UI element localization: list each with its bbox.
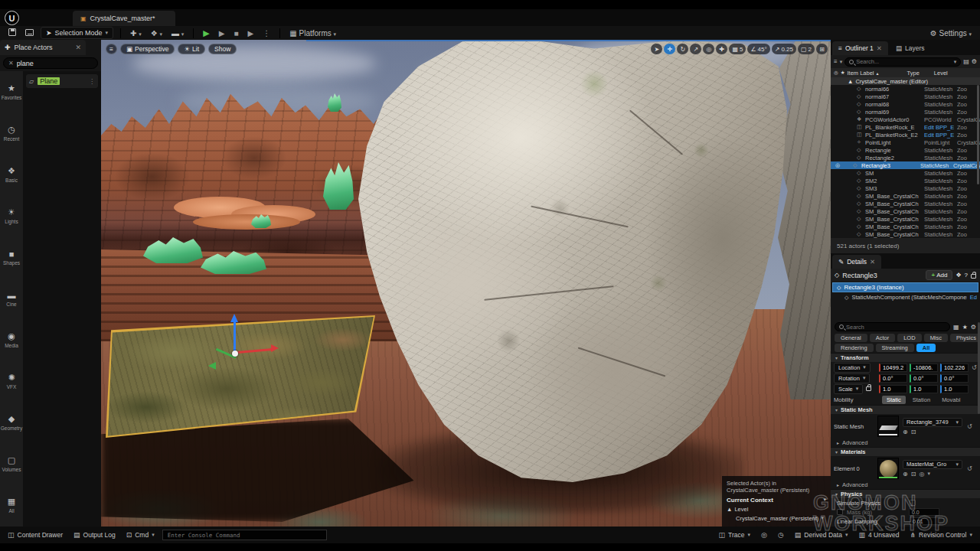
section-materials[interactable]: ▾Materials bbox=[831, 447, 980, 456]
display-options-icon[interactable]: ▦ bbox=[953, 324, 959, 331]
help-icon[interactable]: ? bbox=[965, 272, 968, 279]
blueprints-button[interactable]: ❖ ▾ bbox=[149, 28, 165, 38]
table-row[interactable]: ◇SM_Base_CrystalChStaticMeshZoo bbox=[831, 215, 980, 223]
select-tool-button[interactable]: ➤ bbox=[651, 44, 662, 54]
edit-link[interactable]: Ed bbox=[970, 294, 977, 301]
section-physics[interactable]: ▾Physics bbox=[831, 489, 980, 498]
edit-blueprint-link[interactable]: Edit BPP_E bbox=[924, 132, 955, 139]
chip-misc[interactable]: Misc bbox=[924, 334, 948, 342]
tab-details[interactable]: ✎ Details ✕ bbox=[832, 255, 881, 269]
clear-icon[interactable]: ✕ bbox=[8, 60, 14, 67]
edit-blueprint-link[interactable]: Edit BPP_E bbox=[924, 124, 955, 131]
section-static-mesh[interactable]: ▾Static Mesh bbox=[831, 405, 980, 414]
linear-damping-field[interactable]: 0.01 bbox=[910, 517, 940, 525]
category-basic[interactable]: ❖Basic bbox=[0, 154, 23, 195]
list-item-plane[interactable]: ▱ Plane ⋮ bbox=[26, 74, 98, 88]
category-volumes[interactable]: ▢Volumes bbox=[0, 443, 23, 484]
category-lights[interactable]: ☀Lights bbox=[0, 195, 23, 236]
reset-icon[interactable]: ↺ bbox=[967, 423, 972, 430]
viewport-menu-button[interactable]: ≡ bbox=[106, 44, 117, 54]
context-toast[interactable]: Selected Actor(s) in CrystalCave_master … bbox=[722, 476, 831, 527]
unreal-logo-icon[interactable]: U bbox=[5, 11, 19, 25]
outliner-search-input[interactable] bbox=[856, 58, 952, 65]
close-icon[interactable]: ✕ bbox=[75, 44, 81, 51]
selection-mode-dropdown[interactable]: ➤ Selection Mode ▾ bbox=[41, 27, 113, 39]
column-level[interactable]: Level bbox=[934, 70, 948, 77]
rotation-dropdown[interactable]: Rotation▾ bbox=[834, 373, 870, 383]
gear-icon[interactable]: ⚙ bbox=[971, 324, 976, 331]
surface-snap-button[interactable]: ✚ bbox=[716, 44, 727, 54]
outliner-scrollbar[interactable] bbox=[977, 85, 979, 184]
location-x-field[interactable]: 10499.2 bbox=[879, 364, 907, 372]
table-row[interactable]: ◇SM_Base_CrystalChStaticMeshZoo bbox=[831, 223, 980, 230]
output-log-button[interactable]: ▤Output Log bbox=[70, 531, 119, 539]
grid-snap-button[interactable]: ▦5 bbox=[729, 44, 746, 54]
platforms-dropdown[interactable]: ▦ Platforms ▾ bbox=[287, 28, 338, 38]
category-shapes[interactable]: ■Shapes bbox=[0, 236, 23, 278]
revision-control-dropdown[interactable]: ⋔Revision Control▾ bbox=[907, 531, 975, 539]
table-row[interactable]: ❖PCGWorldActor0PCGWorldCrystalCav bbox=[831, 116, 980, 123]
table-row-selected[interactable]: ◎◇Rectangle3StaticMeshCrystalCav bbox=[831, 161, 980, 169]
chip-general[interactable]: General bbox=[835, 334, 867, 342]
details-search[interactable] bbox=[835, 322, 950, 331]
table-row[interactable]: ◇SMStaticMeshZoo bbox=[831, 169, 980, 177]
browse-icon[interactable]: ⊡ bbox=[911, 429, 916, 435]
use-selected-icon[interactable]: ⊕ bbox=[903, 429, 908, 435]
drag-grip-icon[interactable]: ⋮ bbox=[89, 78, 95, 85]
table-row[interactable]: ◇SM2StaticMeshZoo bbox=[831, 177, 980, 184]
column-type[interactable]: Type bbox=[907, 70, 920, 77]
chip-rendering[interactable]: Rendering bbox=[835, 344, 874, 352]
search-input[interactable] bbox=[17, 60, 86, 67]
category-media[interactable]: ◉Media bbox=[0, 319, 23, 360]
place-actors-tab[interactable]: ✚ Place Actors ✕ bbox=[0, 40, 86, 55]
perspective-dropdown[interactable]: ▣Perspective bbox=[120, 44, 175, 54]
gizmo-z-arrow[interactable] bbox=[230, 314, 238, 322]
column-item-label[interactable]: Item Label bbox=[848, 70, 874, 77]
mobility-movable[interactable]: Movabl bbox=[937, 396, 965, 404]
rotation-x-field[interactable]: 0.0° bbox=[879, 374, 907, 383]
frame-skip-button[interactable]: ▶ bbox=[217, 28, 227, 38]
table-row[interactable]: ◇normal68StaticMeshZoo bbox=[831, 100, 980, 108]
location-y-field[interactable]: -10806. bbox=[910, 364, 938, 372]
component-row[interactable]: ◇ StaticMeshComponent (StaticMeshCompone… bbox=[831, 292, 980, 302]
add-actor-button[interactable]: ✚ ▾ bbox=[128, 28, 144, 38]
lit-dropdown[interactable]: ☀Lit bbox=[178, 44, 205, 54]
play-options-kebab[interactable]: ⋮ bbox=[260, 28, 273, 38]
rotation-snap-button[interactable]: ∠45° bbox=[747, 44, 769, 54]
table-row[interactable]: ◇SM_Base_CrystalChStaticMeshZoo bbox=[831, 192, 980, 200]
filter-icon[interactable]: ≡ bbox=[834, 58, 838, 65]
rotate-tool-button[interactable]: ↻ bbox=[677, 44, 688, 54]
show-dropdown[interactable]: Show bbox=[208, 44, 237, 54]
editor-modes-button[interactable] bbox=[23, 28, 36, 38]
simulate-physics-checkbox[interactable] bbox=[910, 500, 916, 506]
eye-icon[interactable]: ◎ bbox=[834, 70, 838, 76]
location-dropdown[interactable]: Location▾ bbox=[834, 363, 871, 373]
table-row[interactable]: ◇Rectangle2StaticMeshZoo bbox=[831, 154, 980, 161]
reset-icon[interactable]: ↺ bbox=[967, 465, 972, 472]
lock-icon[interactable] bbox=[971, 274, 976, 279]
content-drawer-button[interactable]: ◫Content Drawer bbox=[5, 531, 66, 539]
viewport[interactable]: ≡ ▣Perspective ☀Lit Show ➤ ✛ ↻ ↗ ◎ ✚ ▦5 … bbox=[101, 40, 831, 527]
scale-tool-button[interactable]: ↗ bbox=[690, 44, 701, 54]
table-row[interactable]: ◇SM3StaticMeshZoo bbox=[831, 184, 980, 192]
gizmo-origin[interactable] bbox=[232, 350, 238, 357]
play-button[interactable]: ▶ bbox=[201, 28, 211, 39]
trace-dropdown[interactable]: ◫Trace▾ bbox=[716, 531, 753, 539]
settings-dropdown[interactable]: ⚙ Settings ▾ bbox=[928, 28, 974, 38]
unsaved-button[interactable]: ▥4 Unsaved bbox=[855, 531, 902, 539]
browse-icon[interactable]: ⊡ bbox=[911, 471, 916, 478]
world-local-toggle[interactable]: ◎ bbox=[703, 44, 714, 54]
material-thumbnail[interactable] bbox=[877, 458, 899, 479]
static-mesh-dropdown[interactable]: Rectangle_3749▾ bbox=[903, 418, 962, 427]
save-button[interactable] bbox=[6, 28, 18, 38]
table-row[interactable]: ◇SM_Base_CrystalChStaticMeshZoo bbox=[831, 230, 980, 238]
category-recent[interactable]: ◷Recent bbox=[0, 112, 23, 154]
chip-streaming[interactable]: Streaming bbox=[876, 344, 914, 352]
chip-all[interactable]: All bbox=[916, 344, 936, 352]
place-actors-search[interactable]: ✕ bbox=[3, 57, 98, 69]
scale-x-field[interactable]: 1.0 bbox=[879, 385, 907, 393]
console-command-bar[interactable] bbox=[162, 530, 327, 540]
outliner-root-row[interactable]: ▲ CrystalCave_master (Editor) bbox=[831, 77, 980, 85]
chip-actor[interactable]: Actor bbox=[870, 334, 896, 342]
move-tool-button[interactable]: ✛ bbox=[664, 44, 675, 54]
